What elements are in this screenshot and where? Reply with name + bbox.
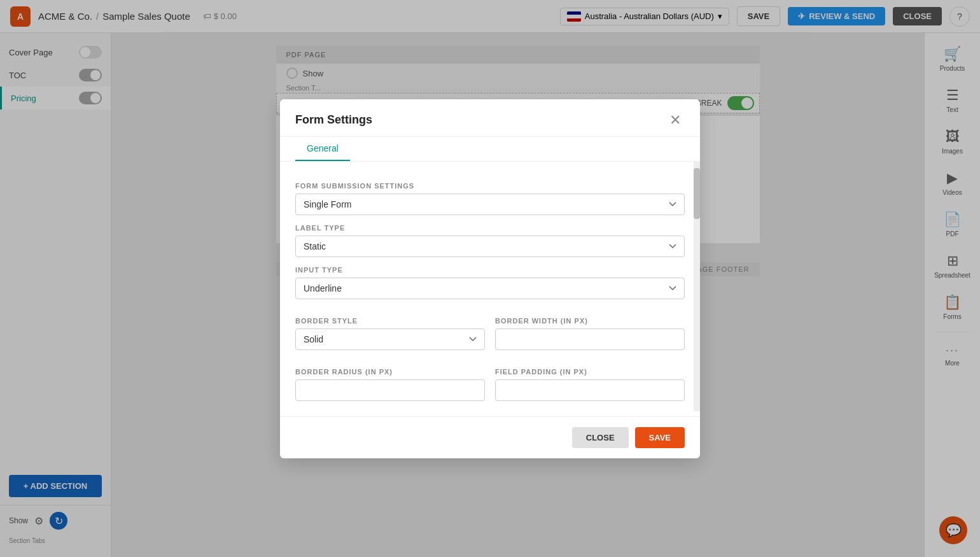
modal-close-x-button[interactable]: ✕	[666, 111, 685, 130]
modal-overlay: Form Settings ✕ General FORM SUBMISSION …	[0, 0, 980, 557]
form-settings-modal: Form Settings ✕ General FORM SUBMISSION …	[280, 99, 700, 458]
modal-scroll-thumb	[694, 168, 700, 219]
input-type-label: INPUT TYPE	[295, 266, 685, 274]
modal-header: Form Settings ✕	[280, 99, 700, 137]
border-row: BORDER STYLE Solid Dashed Dotted BORDER …	[295, 308, 685, 350]
border-radius-row: BORDER RADIUS (IN PX) FIELD PADDING (IN …	[295, 359, 685, 401]
modal-body: FORM SUBMISSION SETTINGS Single Form Mul…	[280, 162, 700, 411]
modal-scrollbar[interactable]	[694, 162, 700, 411]
border-width-label: BORDER WIDTH (IN PX)	[495, 317, 685, 325]
label-type-select[interactable]: Static Dynamic None	[295, 236, 685, 257]
border-style-col: BORDER STYLE Solid Dashed Dotted	[295, 308, 485, 350]
input-type-select[interactable]: Underline Outline None	[295, 278, 685, 299]
modal-footer: CLOSE SAVE	[280, 416, 700, 458]
field-padding-col: FIELD PADDING (IN PX)	[495, 359, 685, 401]
border-style-select[interactable]: Solid Dashed Dotted	[295, 328, 485, 350]
modal-close-button[interactable]: CLOSE	[572, 427, 629, 448]
border-radius-input[interactable]	[295, 379, 485, 401]
border-radius-label: BORDER RADIUS (IN PX)	[295, 368, 485, 376]
modal-title: Form Settings	[295, 113, 372, 127]
modal-save-button[interactable]: SAVE	[635, 427, 685, 448]
border-radius-col: BORDER RADIUS (IN PX)	[295, 359, 485, 401]
form-submission-select[interactable]: Single Form Multiple Forms	[295, 194, 685, 215]
tab-general[interactable]: General	[295, 137, 350, 161]
field-padding-label: FIELD PADDING (IN PX)	[495, 368, 685, 376]
form-submission-label: FORM SUBMISSION SETTINGS	[295, 182, 685, 190]
modal-tabs: General	[280, 137, 700, 162]
field-padding-input[interactable]	[495, 379, 685, 401]
border-width-input[interactable]	[495, 328, 685, 350]
border-style-label: BORDER STYLE	[295, 317, 485, 325]
label-type-label: LABEL TYPE	[295, 224, 685, 232]
border-width-col: BORDER WIDTH (IN PX)	[495, 308, 685, 350]
